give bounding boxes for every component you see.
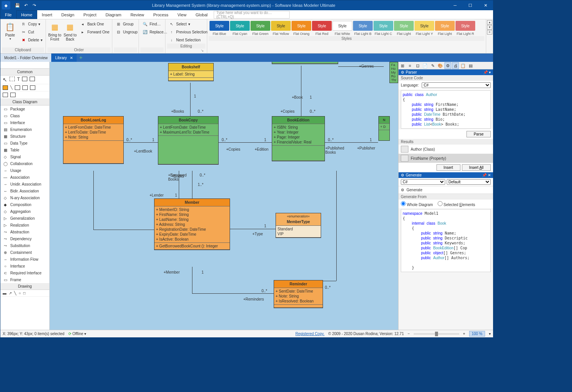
back-one-button[interactable]: ◂Back One — [78, 20, 111, 28]
tool-n-ary-association[interactable]: ◇N-ary Association — [0, 194, 49, 201]
menu-project[interactable]: Project — [79, 10, 101, 19]
insert-button[interactable]: Insert — [436, 164, 460, 171]
tool-collaboration[interactable]: ◯Collaboration — [0, 160, 49, 167]
tool-pointer[interactable]: ↖ — [3, 77, 7, 83]
panel-icon-9[interactable]: 📋 — [460, 62, 466, 69]
tool-table[interactable]: ▦Table — [0, 146, 49, 153]
tool-package[interactable]: ▭Package — [0, 105, 49, 112]
forward-one-button[interactable]: ▸Forward One — [78, 28, 111, 36]
tool-generalization[interactable]: ▷Generalization — [0, 215, 49, 222]
tool-containment[interactable]: ⊕Containment — [0, 249, 49, 256]
style-swatch[interactable]: Style — [251, 21, 270, 31]
tool-frame[interactable]: ▭Frame — [0, 276, 49, 283]
class-bookcopy[interactable]: BookCopy + LentFromDate: DateTime+ Maxim… — [158, 116, 219, 165]
prev-sel-button[interactable]: ↑Previous Selection — [167, 28, 209, 36]
save-icon[interactable]: 💾 — [14, 2, 21, 9]
tool-interface[interactable]: ○Interface — [0, 263, 49, 269]
zoom-slider[interactable] — [414, 333, 459, 335]
tool-sq4[interactable] — [3, 93, 8, 97]
styles-up[interactable]: ▴ — [487, 20, 492, 25]
ungroup-button[interactable]: ⊟Ungroup — [114, 28, 139, 36]
tool-draw1[interactable]: ▬ — [3, 291, 6, 295]
editing-launcher[interactable]: ↘ — [201, 49, 205, 52]
select-button[interactable]: ↖Select ▾ — [167, 20, 209, 28]
panel-icon-4[interactable]: 📄 — [422, 62, 429, 69]
tool-draw5[interactable]: □ — [23, 291, 25, 295]
menu-search[interactable]: Type here what you want to do… (CTRL+Q) — [214, 11, 290, 19]
menu-insert[interactable]: Insert — [37, 10, 57, 19]
zoom-out[interactable]: − — [408, 332, 410, 336]
parse-button[interactable]: Parse — [466, 131, 491, 137]
generate-button[interactable]: ⚙Generate — [399, 186, 493, 194]
tool-aggregation[interactable]: ◇Aggregation — [0, 208, 49, 215]
tool-substitution[interactable]: ⤳Substitution — [0, 242, 49, 249]
class-member[interactable]: Member + MemberID: String+ FirstName: St… — [154, 198, 230, 250]
toolbox-common-header[interactable]: Common — [0, 69, 49, 76]
enum-membertype[interactable]: «enumeration» MemberType StandardVIP — [276, 213, 321, 238]
tab-close-icon[interactable]: ✕ — [70, 56, 73, 60]
tool-orange-rect[interactable] — [3, 85, 8, 90]
menu-view[interactable]: View — [173, 10, 191, 19]
result-author[interactable]: Author (Class) — [399, 145, 493, 154]
tool-text[interactable]: T — [17, 77, 20, 83]
panel-icon-3[interactable]: ⊡ — [414, 62, 421, 69]
style-swatch[interactable]: Style — [230, 21, 250, 31]
tab-library[interactable]: Library✕ — [51, 54, 77, 62]
result-firstname[interactable]: FirstName (Property) — [399, 154, 493, 163]
styles-down[interactable]: ▾ — [487, 25, 492, 30]
panel-icon-10[interactable]: ▤ — [467, 62, 474, 69]
parser-language-select[interactable]: C# — [422, 82, 491, 88]
style-swatch[interactable]: Style — [435, 21, 455, 31]
redo-icon[interactable]: ↷ — [31, 2, 38, 9]
parser-code[interactable]: public class Author { public string Firs… — [401, 90, 491, 129]
tool-enumeration[interactable]: ▤Enumeration — [0, 126, 49, 133]
tool-required-interface[interactable]: ⊂Required Interface — [0, 269, 49, 276]
minimize-button[interactable]: ─ — [448, 0, 463, 10]
paste-button[interactable]: 📋 Paste▾ — [2, 20, 18, 41]
tool-sq2[interactable] — [22, 85, 28, 90]
styles-more[interactable]: ≡ — [487, 30, 492, 35]
panel-icon-2[interactable]: ≡ — [407, 62, 413, 69]
menu-design[interactable]: Design — [57, 10, 79, 19]
class-bookloanlog[interactable]: BookLoanLog + LentFromDate: DateTime+ Le… — [63, 116, 124, 164]
tab-add-button[interactable]: ＋ — [77, 54, 85, 62]
panel-icon-6[interactable]: 🎨 — [437, 62, 444, 69]
menu-process[interactable]: Process — [149, 10, 173, 19]
tool-information-flow[interactable]: →Information Flow — [0, 256, 49, 263]
style-swatch[interactable]: Style — [373, 21, 393, 31]
send-to-back-button[interactable]: ▦ Send to Back — [63, 20, 77, 42]
tool-association[interactable]: —Association — [0, 174, 49, 181]
zoom-in[interactable]: + — [463, 332, 465, 336]
tool-draw2[interactable]: ↗ — [9, 291, 12, 295]
undo-icon[interactable]: ↶ — [22, 2, 29, 9]
class-bookshelf[interactable]: Bookshelf + Label: String — [168, 63, 214, 81]
tool-structure[interactable]: ▦Structure — [0, 133, 49, 140]
radio-whole-diagram[interactable]: Whole Diagram — [401, 201, 433, 207]
delete-button[interactable]: ✖Delete ▾ — [19, 36, 44, 44]
generate-lang-select[interactable]: C# — [401, 179, 445, 185]
class-partial-right[interactable]: N + D — [378, 116, 390, 141]
menu-diagram[interactable]: Diagram — [101, 10, 126, 19]
menu-global[interactable]: Global — [191, 10, 212, 19]
tool-bidir-association[interactable]: ↔Bidir. Association — [0, 187, 49, 194]
tool-sq3[interactable] — [30, 85, 35, 90]
panel-icon-1[interactable]: ⊞ — [399, 62, 406, 69]
radio-selected-elements[interactable]: Selected Elements — [438, 201, 475, 207]
close-button[interactable]: ✕ — [478, 0, 493, 10]
panel-icon-generate[interactable]: 🖨 — [452, 62, 459, 69]
group-button[interactable]: ⊞Group — [114, 20, 139, 28]
style-swatch[interactable]: Style — [312, 21, 332, 31]
tab-model1[interactable]: Model1 - Folder Overview — [0, 54, 51, 62]
insert-all-button[interactable]: Insert All — [462, 164, 491, 171]
tool-rect[interactable] — [22, 77, 27, 81]
bring-to-front-button[interactable]: ▦ Bring to Front — [47, 20, 62, 42]
panel-icon-parser[interactable]: ⚙ — [444, 62, 451, 69]
menu-home[interactable]: Home — [16, 10, 37, 19]
style-swatch[interactable]: Style — [271, 21, 291, 31]
tool-marquee[interactable] — [9, 77, 15, 81]
generate-template-select[interactable]: Default — [447, 179, 491, 185]
find-button[interactable]: 🔍Find… — [140, 20, 169, 28]
toolbox-search-input[interactable] — [0, 62, 50, 68]
tool-sq1[interactable] — [15, 85, 20, 90]
style-swatch[interactable]: Style — [210, 21, 229, 31]
